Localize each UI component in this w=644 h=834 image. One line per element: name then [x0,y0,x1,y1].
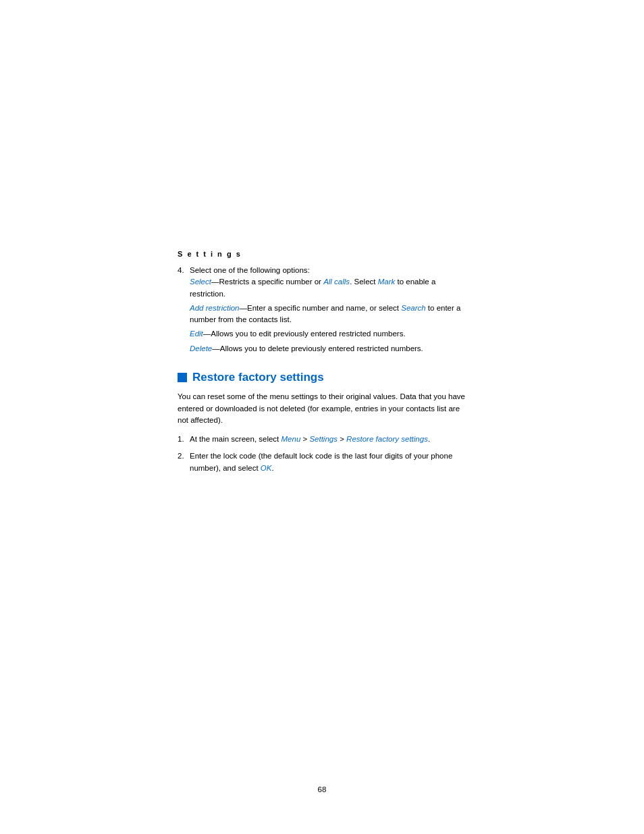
option-edit-text: —Allows you to edit previously entered r… [203,330,406,338]
step-4: 4. Select one of the following options: … [178,265,468,357]
step-4-intro: Select one of the following options: [190,266,310,274]
link-restore-factory-settings[interactable]: Restore factory settings [346,435,428,443]
option-delete: Delete—Allows you to delete previously e… [190,343,468,355]
page-content: S e t t i n g s 4. Select one of the fol… [178,250,468,479]
option-add-restriction-text1: —Enter a specific number and name, or se… [240,304,402,312]
link-search[interactable]: Search [401,304,425,312]
restore-step-1-number: 1. [178,434,190,445]
option-delete-text: —Allows you to delete previously entered… [212,344,423,353]
page-number: 68 [318,785,327,793]
section-title: Restore factory settings [192,371,324,384]
restore-step-1-text-pre: At the main screen, select [190,435,281,443]
restore-step-2-text-post: . [271,464,273,472]
link-mark[interactable]: Mark [378,278,396,286]
restore-step-2-text-pre: Enter the lock code (the default lock co… [190,452,452,471]
link-delete[interactable]: Delete [190,344,212,353]
settings-label: S e t t i n g s [178,250,468,258]
option-select-text1: —Restricts a specific number or [211,278,323,286]
restore-step-1-text-post: . [428,435,430,443]
step-4-number: 4. [178,265,190,357]
restore-step-2-content: Enter the lock code (the default lock co… [190,450,468,474]
link-add-restriction[interactable]: Add restriction [190,304,240,312]
link-select[interactable]: Select [190,278,211,286]
restore-step-1-sep2: > [338,435,346,443]
link-menu[interactable]: Menu [281,435,301,443]
section-body: You can reset some of the menu settings … [178,391,468,427]
restore-step-1: 1. At the main screen, select Menu > Set… [178,434,468,445]
step-4-content: Select one of the following options: Sel… [190,265,468,357]
link-settings[interactable]: Settings [309,435,338,443]
option-edit: Edit—Allows you to edit previously enter… [190,328,468,340]
restore-step-2-number: 2. [178,450,190,474]
link-edit[interactable]: Edit [190,330,203,338]
option-add-restriction: Add restriction—Enter a specific number … [190,303,468,326]
option-select: Select—Restricts a specific number or Al… [190,276,468,300]
restore-step-2: 2. Enter the lock code (the default lock… [178,450,468,474]
link-ok[interactable]: OK [261,464,272,472]
restore-step-1-content: At the main screen, select Menu > Settin… [190,434,468,445]
link-all-calls[interactable]: All calls [323,278,350,286]
restore-step-1-sep1: > [300,435,309,443]
section-icon [178,373,187,382]
section-heading: Restore factory settings [178,371,468,384]
option-select-text2: . Select [350,278,378,286]
